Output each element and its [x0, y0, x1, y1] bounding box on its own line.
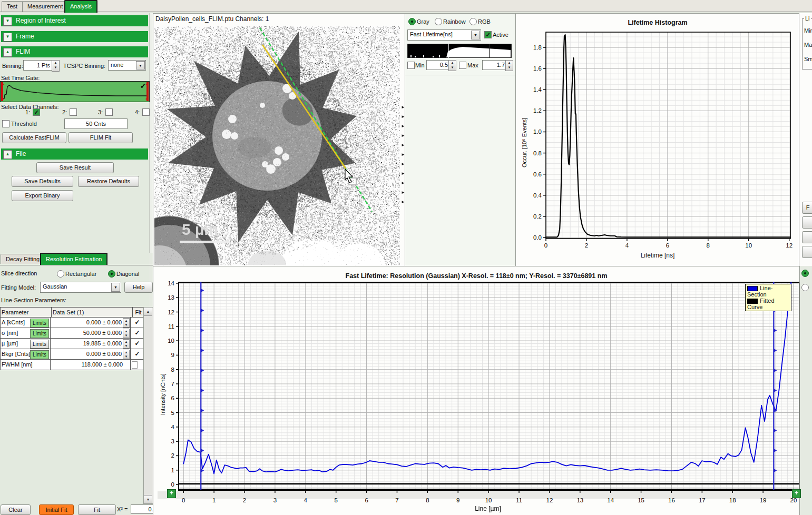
collapse-down-icon[interactable]: ▼ [3, 17, 12, 26]
fitting-model-dropdown[interactable]: Gaussian ▼ [40, 282, 121, 293]
value-stepper[interactable]: ▲▼ [123, 329, 130, 338]
diagonal-radio[interactable] [108, 270, 115, 278]
scroll-up-icon[interactable]: ▲ [144, 308, 152, 316]
limits-button[interactable]: Limits [30, 340, 49, 349]
collapse-down-icon[interactable]: ▼ [3, 33, 12, 42]
threshold-input[interactable]: 50 Cnts [64, 118, 128, 129]
fit-button[interactable]: Fit [78, 504, 116, 515]
channel-2-checkbox[interactable] [70, 108, 77, 116]
max-stepper[interactable]: ▲▼ [505, 60, 513, 71]
clear-button[interactable]: Clear [1, 504, 31, 515]
lifetime-histogram-chart[interactable]: 0246810120.00.20.40.60.81.01.21.41.61.8 [516, 14, 799, 266]
section-title: File [16, 150, 26, 157]
section-frame[interactable]: ▼ Frame [1, 31, 148, 42]
svg-text:18: 18 [729, 497, 736, 503]
truncated-button-4[interactable] [802, 246, 812, 258]
line-section-swatch [747, 286, 758, 291]
rainbow-radio[interactable] [435, 18, 442, 25]
tab-decay-fitting[interactable]: Decay Fitting [1, 254, 45, 264]
lifetime-histogram-panel: Lifetime Histogram 0246810120.00.20.40.6… [515, 13, 800, 267]
svg-text:13: 13 [168, 294, 174, 301]
help-button[interactable]: Help [124, 282, 153, 293]
value-stepper[interactable]: ▲▼ [123, 339, 130, 349]
svg-text:0: 0 [171, 481, 174, 488]
export-binary-button[interactable]: Export Binary [12, 190, 73, 201]
time-gate-histogram[interactable]: ✓ [0, 81, 150, 102]
limits-button[interactable]: Limits [30, 329, 49, 338]
svg-text:9: 9 [456, 497, 459, 503]
svg-text:10: 10 [168, 338, 174, 344]
tab-test[interactable]: Test [2, 1, 23, 12]
line-section-chart[interactable]: 0123456789101112131415161718192001234567… [153, 266, 799, 515]
scroll-down-icon[interactable]: ▼ [144, 495, 152, 503]
chevron-down-icon[interactable]: ▼ [136, 61, 145, 70]
fit-check-icon[interactable]: ✓ [134, 350, 140, 358]
truncated-button-2[interactable] [802, 216, 812, 229]
max-input[interactable]: 1.7 [482, 60, 507, 70]
svg-text:0: 0 [182, 497, 185, 503]
binning-input[interactable]: 1 Pts [23, 60, 52, 71]
bottom-right-radio-2[interactable] [801, 284, 809, 291]
section-flim[interactable]: ▲ FLIM [1, 46, 148, 57]
histogram-ylabel: Occur. [10⁶ Events] [521, 118, 527, 167]
chevron-down-icon[interactable]: ▼ [111, 283, 120, 292]
min-checkbox[interactable] [407, 62, 415, 69]
svg-text:10: 10 [485, 497, 492, 503]
truncated-button-3[interactable] [802, 231, 812, 243]
bottom-right-radio-1[interactable] [801, 270, 809, 277]
svg-text:7: 7 [395, 497, 398, 503]
limits-button[interactable]: Limits [30, 319, 49, 328]
zoom-add-left-button[interactable]: + [167, 489, 176, 498]
channel-1-checkbox[interactable]: ✓ [33, 108, 40, 116]
col-fit: Fit [133, 308, 144, 317]
threshold-checkbox[interactable] [2, 120, 9, 127]
channel-4-checkbox[interactable] [142, 108, 150, 116]
tab-measurement[interactable]: Measurement [22, 1, 68, 12]
fit-check-icon[interactable]: ✓ [134, 340, 140, 347]
collapse-up-icon[interactable]: ▲ [3, 150, 12, 159]
time-gate-widget[interactable]: ✓ [0, 81, 150, 102]
active-checkbox[interactable]: ✓ [484, 31, 492, 38]
gray-radio[interactable] [408, 18, 416, 25]
tcspc-binning-dropdown[interactable]: none ▼ [108, 60, 146, 71]
svg-text:1: 1 [171, 467, 174, 473]
collapse-up-icon[interactable]: ▲ [3, 48, 12, 57]
flim-fit-button[interactable]: FLIM Fit [69, 132, 133, 143]
range-histogram[interactable] [407, 44, 512, 58]
rectangular-radio[interactable] [57, 270, 64, 278]
param-value[interactable]: 118.000 ± 0.000 [81, 361, 130, 368]
tab-resolution-estimation[interactable]: Resolution Estimation [40, 253, 107, 265]
rectangular-label: Rectangular [65, 271, 96, 277]
save-result-button[interactable]: Save Result [36, 162, 114, 173]
gate-check-icon: ✓ [140, 82, 146, 90]
channel-3-label: 3: [98, 109, 103, 115]
calculate-fastflim-button[interactable]: Calculate FastFLIM [2, 132, 66, 143]
restore-defaults-button[interactable]: Restore Defaults [78, 176, 139, 187]
table-scrollbar[interactable]: ▲ ▼ [143, 307, 154, 504]
chevron-down-icon[interactable]: ▼ [471, 31, 480, 39]
min-input[interactable]: 0.5 [426, 60, 450, 70]
section-region-of-interest[interactable]: ▼ Region of Interest [1, 15, 148, 26]
truncated-button-1[interactable]: F [802, 202, 812, 214]
value-stepper[interactable]: ▲▼ [123, 318, 130, 328]
binning-stepper[interactable]: ▲▼ [52, 60, 60, 72]
fit-check-icon[interactable]: ✓ [134, 329, 140, 336]
min-stepper[interactable]: ▲▼ [448, 60, 456, 71]
line-section-overlay[interactable] [154, 26, 400, 265]
feature-dropdown[interactable]: Fast Lifetime[ns] ▼ [407, 29, 481, 41]
channel-3-checkbox[interactable] [105, 108, 113, 116]
rgb-radio[interactable] [469, 18, 477, 25]
svg-text:2: 2 [171, 452, 174, 459]
fit-check-icon[interactable]: ✓ [134, 319, 140, 326]
line-section-selected-segment[interactable] [262, 45, 346, 169]
table-row: A [kCnts]Limits0.000 ± 0.000▲▼✓ [1, 318, 144, 328]
initial-fit-button[interactable]: Initial Fit [39, 504, 74, 515]
save-defaults-button[interactable]: Save Defaults [12, 176, 73, 187]
max-checkbox[interactable] [459, 62, 466, 69]
limits-button[interactable]: Limits [30, 350, 49, 359]
min-label: Min [415, 62, 425, 68]
tab-analysis[interactable]: Analysis [64, 0, 97, 13]
section-file[interactable]: ▲ File [1, 148, 148, 160]
value-stepper[interactable]: ▲▼ [123, 350, 130, 359]
zoom-add-right-button[interactable]: + [792, 489, 801, 498]
